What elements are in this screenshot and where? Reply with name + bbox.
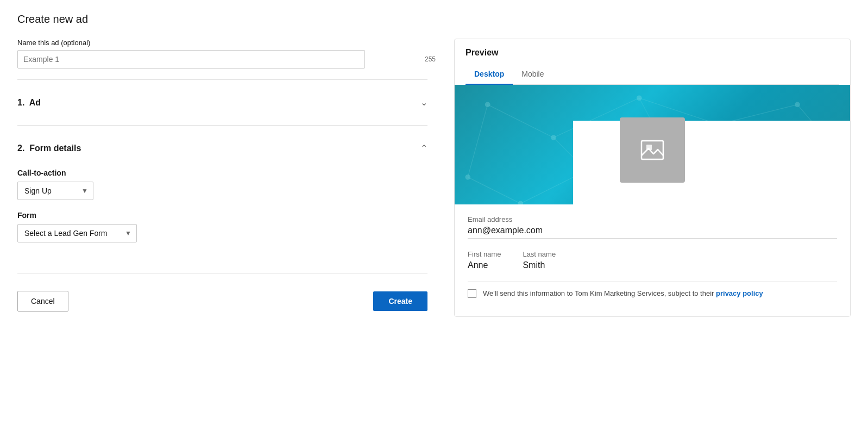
preview-form-content: Email address ann@example.com First name…	[455, 204, 850, 316]
main-layout: Name this ad (optional) 255 1. Ad ⌄	[17, 39, 851, 317]
preview-first-name-value: Anne	[468, 260, 501, 270]
form-select-wrapper: Select a Lead Gen Form ▼	[17, 224, 137, 242]
name-input-wrapper: 255	[17, 50, 441, 69]
divider-3	[17, 273, 427, 273]
cta-group: Call-to-action Sign Up Learn More Downlo…	[17, 169, 441, 200]
lead-gen-form-select[interactable]: Select a Lead Gen Form	[17, 224, 137, 242]
preview-last-name-label: Last name	[523, 250, 556, 258]
privacy-policy-link[interactable]: privacy policy	[716, 289, 763, 297]
preview-email-label: Email address	[468, 215, 837, 223]
svg-line-17	[468, 104, 487, 177]
preview-panel: Preview Desktop Mobile	[454, 39, 851, 317]
preview-title: Preview	[466, 48, 839, 58]
svg-rect-26	[641, 141, 663, 159]
preview-first-name-item: First name Anne	[468, 250, 501, 270]
form-details-section-header[interactable]: 2. Form details ⌃	[17, 134, 427, 162]
tab-mobile[interactable]: Mobile	[513, 64, 552, 85]
divider-2	[17, 125, 427, 126]
consent-text: We'll send this information to Tom Kim M…	[483, 288, 763, 299]
section1-label: Ad	[29, 98, 41, 107]
form-group: Form Select a Lead Gen Form ▼	[17, 211, 441, 242]
char-count: 255	[425, 55, 436, 63]
preview-header: Preview Desktop Mobile	[455, 39, 850, 85]
ad-section-chevron-down-icon: ⌄	[420, 97, 427, 108]
cancel-button[interactable]: Cancel	[17, 291, 68, 312]
page-container: Create new ad Name this ad (optional) 25…	[0, 0, 868, 442]
page-title: Create new ad	[17, 13, 851, 26]
tab-desktop[interactable]: Desktop	[466, 64, 513, 85]
preview-email-value: ann@example.com	[468, 226, 837, 239]
section2-label: Form details	[29, 144, 81, 153]
section2-number: 2.	[17, 144, 24, 153]
action-buttons: Cancel Create	[17, 291, 427, 312]
svg-point-6	[465, 175, 470, 180]
consent-checkbox[interactable]	[468, 289, 476, 298]
consent-text-content: We'll send this information to Tom Kim M…	[483, 289, 716, 297]
divider-1	[17, 79, 427, 80]
preview-name-row: First name Anne Last name Smith	[468, 250, 837, 270]
ad-section-header[interactable]: 1. Ad ⌄	[17, 89, 427, 116]
preview-last-name-item: Last name Smith	[523, 250, 556, 270]
svg-line-12	[488, 104, 553, 138]
preview-ad-image	[455, 85, 850, 204]
form-details-section-title: 2. Form details	[17, 144, 81, 153]
name-label: Name this ad (optional)	[17, 39, 441, 47]
form-details-content: Call-to-action Sign Up Learn More Downlo…	[17, 162, 441, 264]
form-panel: Name this ad (optional) 255 1. Ad ⌄	[17, 39, 441, 312]
ad-name-input[interactable]	[17, 50, 365, 69]
form-label: Form	[17, 211, 441, 220]
image-placeholder-icon	[639, 136, 666, 164]
create-button[interactable]: Create	[373, 291, 427, 311]
form-details-chevron-up-icon: ⌃	[420, 143, 427, 153]
ad-section-title: 1. Ad	[17, 98, 41, 108]
ad-image-placeholder	[620, 117, 685, 183]
preview-first-name-label: First name	[468, 250, 501, 258]
cta-select[interactable]: Sign Up Learn More Download Register Sub…	[17, 182, 93, 200]
svg-line-18	[468, 177, 520, 204]
cta-label: Call-to-action	[17, 169, 441, 177]
preview-consent-row: We'll send this information to Tom Kim M…	[468, 281, 837, 306]
preview-tabs: Desktop Mobile	[466, 64, 839, 85]
section1-number: 1.	[17, 98, 24, 107]
ad-white-content-bar	[573, 121, 850, 204]
cta-select-wrapper: Sign Up Learn More Download Register Sub…	[17, 182, 93, 200]
name-section: Name this ad (optional) 255	[17, 39, 441, 69]
preview-last-name-value: Smith	[523, 260, 556, 270]
